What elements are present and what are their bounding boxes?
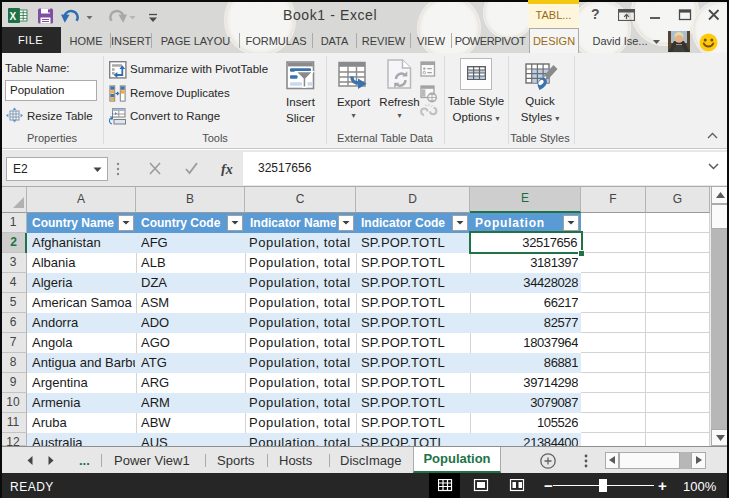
svg-text:fx: fx — [221, 162, 233, 176]
svg-text:X: X — [10, 11, 17, 22]
